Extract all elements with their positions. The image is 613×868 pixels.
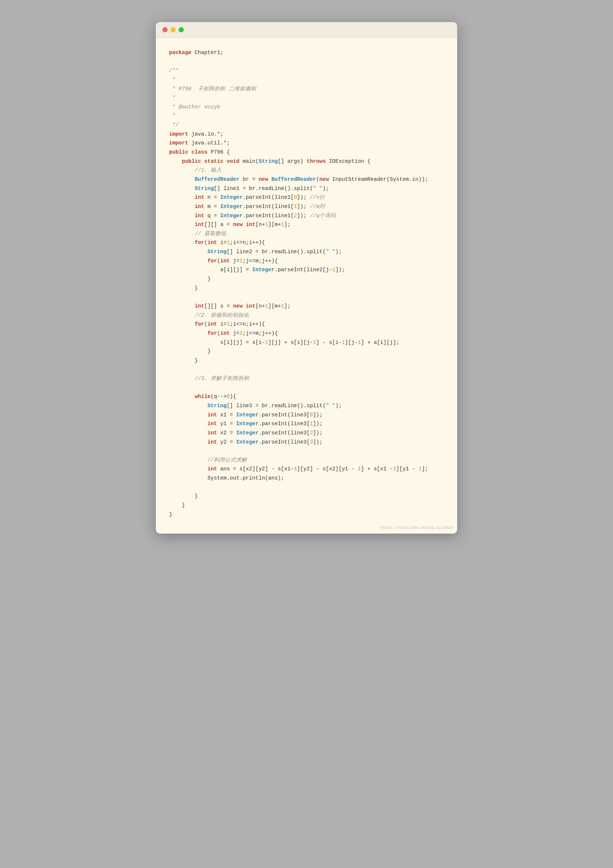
code-line: [169, 365, 444, 374]
code-line: String[] line2 = br.readLine().split(" "…: [169, 247, 444, 256]
minimize-button[interactable]: [171, 27, 176, 33]
code-line: import java.io.*;: [169, 130, 444, 139]
code-line: package Chapter1;: [169, 48, 444, 57]
code-line: }: [169, 492, 444, 501]
code-line: public class P796 {: [169, 148, 444, 157]
code-line: }: [169, 510, 444, 519]
title-bar: [156, 22, 457, 38]
code-line: public static void main(String[] args) t…: [169, 157, 444, 166]
code-line: //利用公式求解: [169, 456, 444, 465]
code-line: a[i][j] = Integer.parseInt(line2[j-1]);: [169, 265, 444, 274]
code-line: int x2 = Integer.parseInt(line3[2]);: [169, 428, 444, 438]
code-line: [169, 446, 444, 456]
watermark-text: https://blog.csdn.net/qq_31235925: [381, 526, 453, 530]
code-line: //3. 求解子矩阵的和: [169, 374, 444, 383]
code-line: BufferedReader br = new BufferedReader(n…: [169, 175, 444, 184]
code-line: for(int i=1;i<=n;i++){: [169, 238, 444, 247]
code-line: int ans = s[x2][y2] - s[x1-1][y2] - s[x2…: [169, 465, 444, 474]
code-line: * P796 子矩阵的和 二维前缀和: [169, 85, 444, 94]
code-editor: package Chapter1; /** * * P796 子矩阵的和 二维前…: [156, 38, 457, 533]
code-line: String[] line3 = br.readLine().split(" "…: [169, 401, 444, 411]
code-line: s[i][j] = s[i-1][j] + s[i][j-1] - s[i-1]…: [169, 338, 444, 347]
code-line: /**: [169, 66, 444, 75]
code-line: int q = Integer.parseInt(line1[2]); //q个…: [169, 211, 444, 220]
code-line: *: [169, 93, 444, 102]
code-line: int[][] a = new int[n+1][m+1];: [169, 220, 444, 229]
code-line: }: [169, 347, 444, 356]
code-line: //2. 前缀和的初始化: [169, 311, 444, 320]
code-line: int m = Integer.parseInt(line1[1]); //m列: [169, 202, 444, 211]
code-line: *: [169, 75, 444, 85]
code-line: [169, 483, 444, 492]
code-window: package Chapter1; /** * * P796 子矩阵的和 二维前…: [156, 22, 457, 533]
code-line: int y1 = Integer.parseInt(line3[1]);: [169, 419, 444, 428]
code-line: while(q-->0){: [169, 392, 444, 401]
code-line: */: [169, 121, 444, 130]
code-line: [169, 57, 444, 67]
code-line: int n = Integer.parseInt(line1[0]); //n行: [169, 193, 444, 202]
code-line: }: [169, 356, 444, 365]
code-line: import java.util.*;: [169, 138, 444, 148]
code-line: String[] line1 = br.readLine().split(" "…: [169, 184, 444, 193]
code-line: for(int i=1;i<=n;i++){: [169, 320, 444, 329]
code-line: for(int j=1;j<=m;j++){: [169, 329, 444, 338]
code-line: //1. 输入: [169, 166, 444, 175]
code-line: }: [169, 274, 444, 284]
close-button[interactable]: [163, 27, 168, 33]
code-line: *: [169, 112, 444, 121]
code-line: for(int j=1;j<=m;j++){: [169, 256, 444, 266]
code-line: int[][] s = new int[n+1][m+1];: [169, 302, 444, 311]
code-line: [169, 383, 444, 392]
maximize-button[interactable]: [178, 27, 184, 33]
code-line: [169, 293, 444, 302]
code-line: int x1 = Integer.parseInt(line3[0]);: [169, 411, 444, 420]
code-line: int y2 = Integer.parseInt(line3[3]);: [169, 438, 444, 447]
code-line: // 获取数组: [169, 229, 444, 239]
code-line: }: [169, 284, 444, 293]
code-line: System.out.println(ans);: [169, 474, 444, 483]
code-line: }: [169, 501, 444, 510]
code-line: * @author vccyb: [169, 102, 444, 112]
